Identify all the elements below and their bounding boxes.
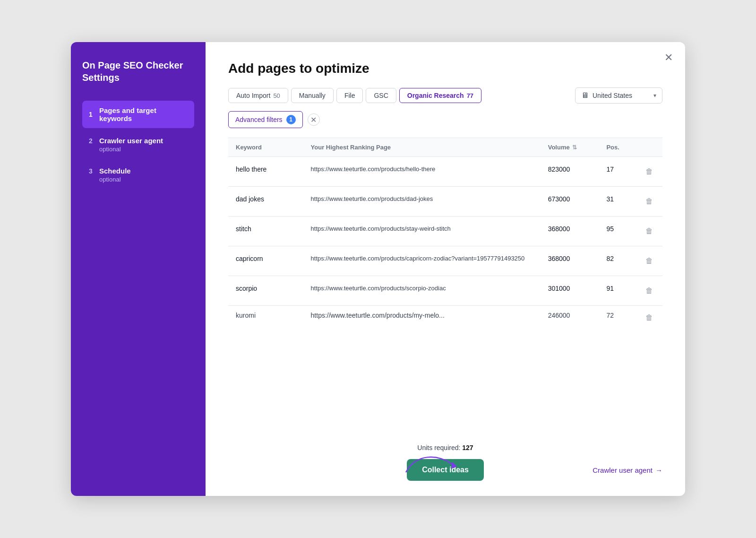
col-volume: Volume ⇅ bbox=[541, 138, 599, 157]
nav-label-schedule: Schedule bbox=[99, 167, 131, 175]
tab-manually-label: Manually bbox=[299, 92, 326, 99]
sort-icon[interactable]: ⇅ bbox=[572, 144, 577, 151]
action-cell: 🗑 bbox=[636, 276, 662, 306]
col-pos: Pos. bbox=[599, 138, 636, 157]
volume-cell: 301000 bbox=[541, 276, 599, 306]
keyword-cell: hello there bbox=[228, 157, 303, 187]
table-row: hello there https://www.teeturtle.com/pr… bbox=[228, 157, 662, 187]
nav-item-crawler[interactable]: 2 Crawler user agent optional bbox=[82, 131, 194, 158]
table-row-partial: kuromi https://www.teeturtle.com/product… bbox=[228, 306, 662, 326]
main-content: ✕ Add pages to optimize Auto Import 50 M… bbox=[206, 42, 685, 496]
keywords-table: Keyword Your Highest Ranking Page Volume… bbox=[228, 138, 662, 326]
keyword-cell: capricorn bbox=[228, 246, 303, 276]
nav-item-pages[interactable]: 1 Pages and target keywords bbox=[82, 101, 194, 128]
advanced-filters-button[interactable]: Advanced filters 1 bbox=[228, 111, 303, 128]
keyword-cell: dad jokes bbox=[228, 187, 303, 217]
sidebar-title: On Page SEO Checker Settings bbox=[82, 59, 194, 84]
delete-row-button[interactable]: 🗑 bbox=[644, 312, 655, 324]
pos-cell: 72 bbox=[599, 306, 636, 326]
tab-auto-import[interactable]: Auto Import 50 bbox=[228, 88, 288, 103]
tab-file-label: File bbox=[344, 92, 355, 99]
volume-cell: 673000 bbox=[541, 187, 599, 217]
nav-step-1: 1 bbox=[89, 111, 95, 118]
nav-sublabel-crawler: optional bbox=[89, 146, 188, 153]
tab-organic-research-label: Organic Research bbox=[407, 92, 464, 99]
nav-step-3: 3 bbox=[89, 167, 95, 175]
crawler-user-agent-link[interactable]: Crawler user agent → bbox=[593, 466, 662, 474]
table-container: Keyword Your Highest Ranking Page Volume… bbox=[228, 138, 662, 433]
action-cell: 🗑 bbox=[636, 157, 662, 187]
svg-marker-0 bbox=[451, 462, 457, 469]
url-cell: https://www.teeturtle.com/products/stay-… bbox=[303, 217, 541, 246]
tab-gsc-label: GSC bbox=[374, 92, 388, 99]
arrow-right-icon: → bbox=[655, 466, 662, 474]
country-label: United States bbox=[593, 92, 632, 99]
tab-auto-import-count: 50 bbox=[273, 92, 280, 99]
url-cell: https://www.teeturtle.com/products/hello… bbox=[303, 157, 541, 187]
footer-area: Units required: 127 Collect ideas Crawle… bbox=[228, 440, 662, 481]
col-ranking-page: Your Highest Ranking Page bbox=[303, 138, 541, 157]
country-select[interactable]: 🖥 United States ▾ bbox=[575, 87, 662, 104]
sidebar-nav: 1 Pages and target keywords 2 Crawler us… bbox=[82, 101, 194, 189]
table-row: dad jokes https://www.teeturtle.com/prod… bbox=[228, 187, 662, 217]
delete-row-button[interactable]: 🗑 bbox=[644, 225, 655, 237]
nav-label-crawler: Crawler user agent bbox=[99, 137, 163, 145]
table-row: stitch https://www.teeturtle.com/product… bbox=[228, 217, 662, 246]
monitor-icon: 🖥 bbox=[581, 91, 589, 100]
delete-row-button[interactable]: 🗑 bbox=[644, 255, 655, 267]
url-cell: https://www.teeturtle.com/products/capri… bbox=[303, 246, 541, 276]
filters-row: Advanced filters 1 ✕ bbox=[228, 111, 662, 128]
keyword-cell: stitch bbox=[228, 217, 303, 246]
volume-cell: 368000 bbox=[541, 217, 599, 246]
arrow-area: Collect ideas bbox=[373, 459, 517, 481]
tab-manually[interactable]: Manually bbox=[291, 88, 334, 103]
volume-cell: 246000 bbox=[541, 306, 599, 326]
table-row: scorpio https://www.teeturtle.com/produc… bbox=[228, 276, 662, 306]
url-cell: https://www.teeturtle.com/products/scorp… bbox=[303, 276, 541, 306]
filter-badge: 1 bbox=[286, 115, 296, 124]
volume-cell: 368000 bbox=[541, 246, 599, 276]
tabs-row: Auto Import 50 Manually File GSC Organic… bbox=[228, 87, 662, 104]
tab-file[interactable]: File bbox=[336, 88, 363, 103]
pos-cell: 31 bbox=[599, 187, 636, 217]
table-row: capricorn https://www.teeturtle.com/prod… bbox=[228, 246, 662, 276]
col-actions bbox=[636, 138, 662, 157]
keyword-cell: scorpio bbox=[228, 276, 303, 306]
action-cell: 🗑 bbox=[636, 306, 662, 326]
volume-cell: 823000 bbox=[541, 157, 599, 187]
nav-item-schedule[interactable]: 3 Schedule optional bbox=[82, 161, 194, 189]
col-keyword: Keyword bbox=[228, 138, 303, 157]
modal-wrapper: On Page SEO Checker Settings 1 Pages and… bbox=[71, 42, 685, 496]
crawler-link-label: Crawler user agent bbox=[593, 466, 653, 474]
pos-cell: 95 bbox=[599, 217, 636, 246]
close-button[interactable]: ✕ bbox=[664, 52, 673, 63]
tab-organic-research-count: 77 bbox=[467, 92, 473, 99]
action-cell: 🗑 bbox=[636, 187, 662, 217]
advanced-filters-label: Advanced filters bbox=[235, 116, 283, 123]
tab-organic-research[interactable]: Organic Research 77 bbox=[399, 88, 481, 103]
delete-row-button[interactable]: 🗑 bbox=[644, 165, 655, 178]
tab-gsc[interactable]: GSC bbox=[366, 88, 396, 103]
tab-auto-import-label: Auto Import bbox=[236, 92, 270, 99]
delete-row-button[interactable]: 🗑 bbox=[644, 195, 655, 208]
footer-actions: Collect ideas Crawler user agent → bbox=[228, 459, 662, 481]
page-title: Add pages to optimize bbox=[228, 61, 662, 76]
nav-sublabel-schedule: optional bbox=[89, 176, 188, 183]
chevron-down-icon: ▾ bbox=[653, 92, 656, 99]
sidebar: On Page SEO Checker Settings 1 Pages and… bbox=[71, 42, 206, 496]
url-cell: https://www.teeturtle.com/products/my-me… bbox=[303, 306, 541, 326]
pos-cell: 82 bbox=[599, 246, 636, 276]
units-value: 127 bbox=[462, 444, 473, 451]
nav-step-2: 2 bbox=[89, 137, 95, 145]
pos-cell: 17 bbox=[599, 157, 636, 187]
url-cell: https://www.teeturtle.com/products/dad-j… bbox=[303, 187, 541, 217]
curved-arrow-icon bbox=[401, 449, 463, 477]
keyword-cell: kuromi bbox=[228, 306, 303, 326]
pos-cell: 91 bbox=[599, 276, 636, 306]
action-cell: 🗑 bbox=[636, 217, 662, 246]
filter-clear-button[interactable]: ✕ bbox=[308, 113, 320, 126]
nav-label-pages: Pages and target keywords bbox=[99, 106, 188, 122]
action-cell: 🗑 bbox=[636, 246, 662, 276]
delete-row-button[interactable]: 🗑 bbox=[644, 285, 655, 297]
